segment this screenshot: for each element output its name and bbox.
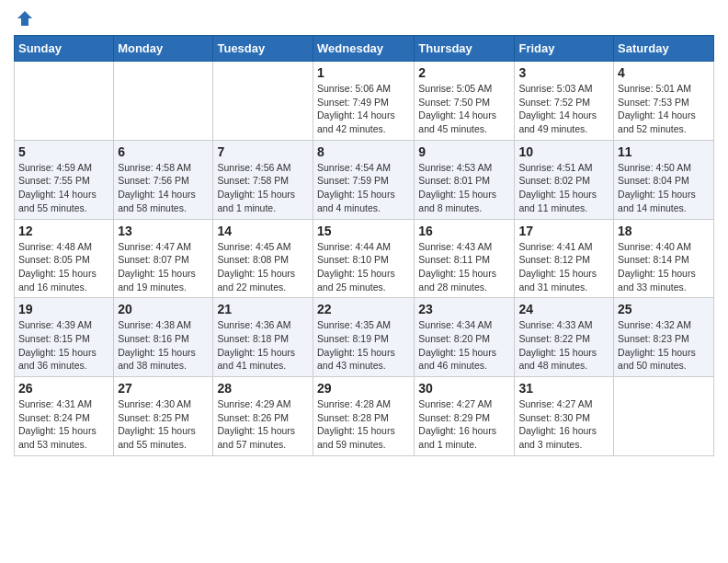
day-number: 23 bbox=[418, 302, 510, 316]
day-number: 2 bbox=[418, 65, 510, 80]
week-row-1: 5Sunrise: 4:59 AM Sunset: 7:55 PM Daylig… bbox=[15, 140, 714, 219]
calendar-cell: 26Sunrise: 4:31 AM Sunset: 8:24 PM Dayli… bbox=[15, 377, 114, 456]
day-info: Sunrise: 4:29 AM Sunset: 8:26 PM Dayligh… bbox=[217, 397, 309, 452]
day-number: 16 bbox=[418, 224, 510, 238]
svg-marker-0 bbox=[17, 11, 32, 26]
header-row: SundayMondayTuesdayWednesdayThursdayFrid… bbox=[15, 36, 714, 62]
calendar-cell bbox=[614, 377, 714, 456]
calendar: SundayMondayTuesdayWednesdayThursdayFrid… bbox=[14, 35, 714, 456]
day-info: Sunrise: 4:31 AM Sunset: 8:24 PM Dayligh… bbox=[18, 397, 109, 452]
day-number: 4 bbox=[618, 65, 710, 80]
day-info: Sunrise: 4:30 AM Sunset: 8:25 PM Dayligh… bbox=[118, 397, 209, 452]
calendar-cell: 28Sunrise: 4:29 AM Sunset: 8:26 PM Dayli… bbox=[213, 377, 313, 456]
calendar-header: SundayMondayTuesdayWednesdayThursdayFrid… bbox=[15, 36, 714, 62]
day-number: 22 bbox=[317, 302, 410, 316]
day-number: 6 bbox=[118, 144, 209, 159]
day-number: 15 bbox=[317, 224, 410, 238]
page: SundayMondayTuesdayWednesdayThursdayFrid… bbox=[0, 0, 728, 563]
day-number: 13 bbox=[118, 224, 209, 238]
day-info: Sunrise: 4:43 AM Sunset: 8:11 PM Dayligh… bbox=[418, 240, 510, 294]
day-number: 30 bbox=[418, 381, 510, 396]
day-info: Sunrise: 5:05 AM Sunset: 7:50 PM Dayligh… bbox=[418, 82, 510, 136]
calendar-cell: 6Sunrise: 4:58 AM Sunset: 7:56 PM Daylig… bbox=[114, 140, 213, 219]
calendar-cell: 21Sunrise: 4:36 AM Sunset: 8:18 PM Dayli… bbox=[213, 298, 313, 377]
day-info: Sunrise: 4:27 AM Sunset: 8:29 PM Dayligh… bbox=[418, 397, 510, 452]
day-info: Sunrise: 4:48 AM Sunset: 8:05 PM Dayligh… bbox=[18, 240, 109, 294]
day-info: Sunrise: 4:34 AM Sunset: 8:20 PM Dayligh… bbox=[418, 318, 510, 373]
day-info: Sunrise: 4:50 AM Sunset: 8:04 PM Dayligh… bbox=[618, 161, 710, 215]
calendar-cell: 13Sunrise: 4:47 AM Sunset: 8:07 PM Dayli… bbox=[114, 219, 213, 298]
day-number: 14 bbox=[217, 224, 309, 238]
col-header-friday: Friday bbox=[515, 36, 614, 62]
calendar-cell: 29Sunrise: 4:28 AM Sunset: 8:28 PM Dayli… bbox=[313, 377, 415, 456]
calendar-cell: 17Sunrise: 4:41 AM Sunset: 8:12 PM Dayli… bbox=[515, 219, 614, 298]
calendar-cell: 23Sunrise: 4:34 AM Sunset: 8:20 PM Dayli… bbox=[415, 298, 515, 377]
col-header-tuesday: Tuesday bbox=[213, 36, 313, 62]
day-info: Sunrise: 4:47 AM Sunset: 8:07 PM Dayligh… bbox=[118, 240, 209, 294]
calendar-cell: 24Sunrise: 4:33 AM Sunset: 8:22 PM Dayli… bbox=[515, 298, 614, 377]
col-header-monday: Monday bbox=[114, 36, 213, 62]
day-info: Sunrise: 4:39 AM Sunset: 8:15 PM Dayligh… bbox=[18, 318, 109, 373]
week-row-0: 1Sunrise: 5:06 AM Sunset: 7:49 PM Daylig… bbox=[15, 62, 714, 141]
day-number: 21 bbox=[217, 302, 309, 316]
day-number: 18 bbox=[618, 224, 710, 238]
calendar-cell: 4Sunrise: 5:01 AM Sunset: 7:53 PM Daylig… bbox=[614, 62, 714, 141]
day-info: Sunrise: 4:56 AM Sunset: 7:58 PM Dayligh… bbox=[217, 161, 309, 215]
week-row-4: 26Sunrise: 4:31 AM Sunset: 8:24 PM Dayli… bbox=[15, 377, 714, 456]
calendar-cell: 22Sunrise: 4:35 AM Sunset: 8:19 PM Dayli… bbox=[313, 298, 415, 377]
day-number: 26 bbox=[18, 381, 109, 396]
day-info: Sunrise: 4:58 AM Sunset: 7:56 PM Dayligh… bbox=[118, 161, 209, 215]
day-number: 8 bbox=[317, 144, 410, 159]
calendar-cell: 31Sunrise: 4:27 AM Sunset: 8:30 PM Dayli… bbox=[515, 377, 614, 456]
calendar-cell: 9Sunrise: 4:53 AM Sunset: 8:01 PM Daylig… bbox=[415, 140, 515, 219]
day-number: 7 bbox=[217, 144, 309, 159]
day-info: Sunrise: 4:44 AM Sunset: 8:10 PM Dayligh… bbox=[317, 240, 410, 294]
day-info: Sunrise: 4:41 AM Sunset: 8:12 PM Dayligh… bbox=[518, 240, 609, 294]
calendar-cell: 10Sunrise: 4:51 AM Sunset: 8:02 PM Dayli… bbox=[515, 140, 614, 219]
calendar-cell: 7Sunrise: 4:56 AM Sunset: 7:58 PM Daylig… bbox=[213, 140, 313, 219]
day-number: 5 bbox=[18, 144, 109, 159]
logo bbox=[14, 9, 34, 28]
day-info: Sunrise: 4:54 AM Sunset: 7:59 PM Dayligh… bbox=[317, 161, 410, 215]
day-info: Sunrise: 4:35 AM Sunset: 8:19 PM Dayligh… bbox=[317, 318, 410, 373]
calendar-cell: 1Sunrise: 5:06 AM Sunset: 7:49 PM Daylig… bbox=[313, 62, 415, 141]
day-number: 1 bbox=[317, 65, 410, 80]
calendar-body: 1Sunrise: 5:06 AM Sunset: 7:49 PM Daylig… bbox=[15, 62, 714, 456]
day-info: Sunrise: 4:33 AM Sunset: 8:22 PM Dayligh… bbox=[518, 318, 609, 373]
calendar-cell: 11Sunrise: 4:50 AM Sunset: 8:04 PM Dayli… bbox=[614, 140, 714, 219]
logo-icon bbox=[16, 9, 34, 28]
calendar-cell: 27Sunrise: 4:30 AM Sunset: 8:25 PM Dayli… bbox=[114, 377, 213, 456]
calendar-cell: 20Sunrise: 4:38 AM Sunset: 8:16 PM Dayli… bbox=[114, 298, 213, 377]
day-number: 12 bbox=[18, 224, 109, 238]
col-header-sunday: Sunday bbox=[15, 36, 114, 62]
day-info: Sunrise: 4:45 AM Sunset: 8:08 PM Dayligh… bbox=[217, 240, 309, 294]
calendar-cell: 25Sunrise: 4:32 AM Sunset: 8:23 PM Dayli… bbox=[614, 298, 714, 377]
day-info: Sunrise: 4:53 AM Sunset: 8:01 PM Dayligh… bbox=[418, 161, 510, 215]
header bbox=[14, 9, 714, 28]
day-number: 11 bbox=[618, 144, 710, 159]
calendar-cell: 19Sunrise: 4:39 AM Sunset: 8:15 PM Dayli… bbox=[15, 298, 114, 377]
calendar-cell: 5Sunrise: 4:59 AM Sunset: 7:55 PM Daylig… bbox=[15, 140, 114, 219]
day-number: 20 bbox=[118, 302, 209, 316]
calendar-cell: 12Sunrise: 4:48 AM Sunset: 8:05 PM Dayli… bbox=[15, 219, 114, 298]
day-info: Sunrise: 4:51 AM Sunset: 8:02 PM Dayligh… bbox=[518, 161, 609, 215]
day-info: Sunrise: 4:38 AM Sunset: 8:16 PM Dayligh… bbox=[118, 318, 209, 373]
day-number: 19 bbox=[18, 302, 109, 316]
calendar-cell bbox=[114, 62, 213, 141]
col-header-thursday: Thursday bbox=[415, 36, 515, 62]
day-info: Sunrise: 5:01 AM Sunset: 7:53 PM Dayligh… bbox=[618, 82, 710, 136]
day-info: Sunrise: 4:28 AM Sunset: 8:28 PM Dayligh… bbox=[317, 397, 410, 452]
day-info: Sunrise: 4:27 AM Sunset: 8:30 PM Dayligh… bbox=[518, 397, 609, 452]
calendar-cell: 14Sunrise: 4:45 AM Sunset: 8:08 PM Dayli… bbox=[213, 219, 313, 298]
calendar-cell: 16Sunrise: 4:43 AM Sunset: 8:11 PM Dayli… bbox=[415, 219, 515, 298]
col-header-saturday: Saturday bbox=[614, 36, 714, 62]
calendar-cell: 15Sunrise: 4:44 AM Sunset: 8:10 PM Dayli… bbox=[313, 219, 415, 298]
day-number: 29 bbox=[317, 381, 410, 396]
calendar-cell: 8Sunrise: 4:54 AM Sunset: 7:59 PM Daylig… bbox=[313, 140, 415, 219]
day-number: 10 bbox=[518, 144, 609, 159]
day-info: Sunrise: 4:36 AM Sunset: 8:18 PM Dayligh… bbox=[217, 318, 309, 373]
calendar-cell: 2Sunrise: 5:05 AM Sunset: 7:50 PM Daylig… bbox=[415, 62, 515, 141]
day-info: Sunrise: 5:06 AM Sunset: 7:49 PM Dayligh… bbox=[317, 82, 410, 136]
day-number: 28 bbox=[217, 381, 309, 396]
day-number: 25 bbox=[618, 302, 710, 316]
